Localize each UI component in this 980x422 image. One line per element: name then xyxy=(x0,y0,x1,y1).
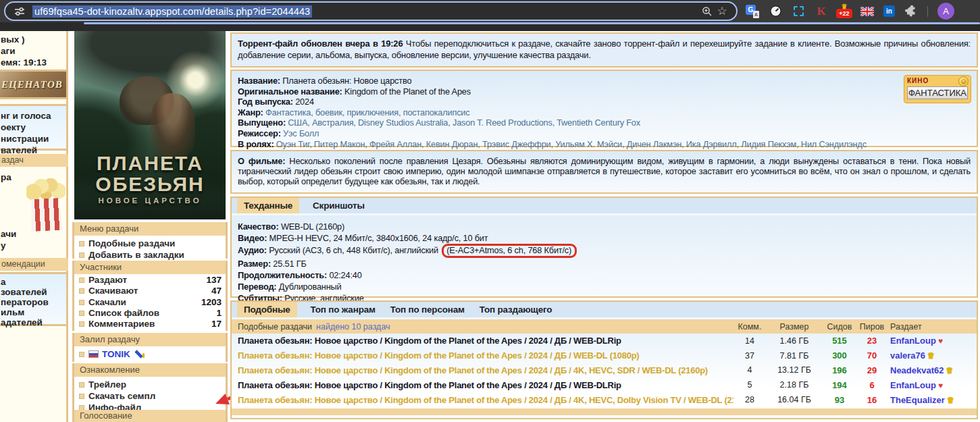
column-peers: Пиров xyxy=(856,322,887,332)
tech-quality-row: Качество: WEB-DL (2160p) xyxy=(238,221,971,232)
director-link[interactable]: Уэс Болл xyxy=(283,128,319,138)
sidebar-link[interactable]: нг и голоса xyxy=(1,110,66,122)
vpn-extension-icon[interactable]: ♛+22 xyxy=(837,5,851,18)
seeds-count: 300 xyxy=(823,350,856,361)
sidebar-link[interactable]: ильм xyxy=(1,307,66,317)
bullet-icon xyxy=(79,382,84,388)
about-label: О фильме: xyxy=(238,156,285,166)
tab-screenshots[interactable]: Скриншоты xyxy=(311,198,366,213)
menu-item-similar[interactable]: Подобные раздачи xyxy=(78,238,222,249)
sidebar-link[interactable]: адателей xyxy=(1,317,66,327)
uploader-row: TONIK xyxy=(78,348,222,360)
movie-year: 2024 xyxy=(295,97,314,107)
sidebar-link[interactable]: оекту xyxy=(1,122,66,133)
sidebar-link[interactable]: нистрации xyxy=(1,133,66,144)
tech-duration-row: Продолжительность: 02:24:40 xyxy=(238,269,971,281)
torrent-size: 13.12 ГБ xyxy=(766,365,823,375)
torrent-size: 2.18 ГБ xyxy=(766,380,823,390)
site-settings-icon[interactable] xyxy=(12,7,27,16)
address-bar[interactable]: uf69fqsa45-dot-kinozaltv.appspot.com/det… xyxy=(4,1,738,21)
left-sidebar: вых ) аги емя: 19:13 ЕЦЕНАТОВ нг и голос… xyxy=(0,31,68,422)
menu-item-sample[interactable]: Скачать семпл xyxy=(78,390,222,402)
profile-avatar[interactable]: A xyxy=(937,3,954,20)
uk-flag-extension-icon[interactable] xyxy=(860,5,874,18)
torrent-title-link[interactable]: Планета обезьян: Новое царство / Kingdom… xyxy=(232,380,733,390)
menu-item-trailer[interactable]: Трейлер xyxy=(78,379,222,390)
stat-downloaded[interactable]: Скачали1203 xyxy=(78,297,222,308)
tab-top-persons[interactable]: Топ по персонам xyxy=(389,302,466,317)
tech-audio-row: Аудио: Русский (AC3, 6 ch, 448 Кбит/с), … xyxy=(238,244,971,258)
cast-links[interactable]: Оуэн Тиг, Питер Макон, Фрейя Аллан, Кеви… xyxy=(276,139,867,149)
sidebar-links-block: нг и голоса оекту нистрации вателей xyxy=(0,104,68,151)
extensions-puzzle-icon[interactable] xyxy=(904,5,918,18)
movie-poster[interactable]: ПЛАНЕТА ОБЕЗЬЯН НОВОЕ ЦАРСТВО xyxy=(74,31,226,219)
tab-similar[interactable]: Подобные xyxy=(237,302,297,317)
crown-icon: ♛ xyxy=(947,396,954,405)
russia-flag-icon xyxy=(88,350,99,358)
torrent-size: 16.04 ГБ xyxy=(766,395,823,404)
genre-badge[interactable]: КИНО ☺ ФАНТАСТИКА xyxy=(904,75,971,103)
sidebar-link[interactable]: у xyxy=(0,237,6,251)
graduation-cap-icon xyxy=(134,350,145,359)
column-comments: Комм. xyxy=(733,322,766,332)
bookmark-star-icon[interactable]: ☆ xyxy=(715,4,729,18)
tech-video-row: Видео: MPEG-H HEVC, 24 Мбит/с, 3840x1606… xyxy=(238,232,971,244)
translate-extension-icon[interactable]: G A xyxy=(746,5,759,18)
sidebar-link[interactable]: зователей xyxy=(1,287,66,297)
torrent-title-link[interactable]: Планета обезьян: Новое царство / Kingdom… xyxy=(232,365,733,375)
stat-comments[interactable]: Комментариев17 xyxy=(78,319,222,329)
stat-filelist[interactable]: Список файлов1 xyxy=(78,308,222,319)
zoom-in-icon[interactable] xyxy=(700,6,715,17)
torrent-updated-notice: Торрент-файл обновлен вчера в 19:26 Чтоб… xyxy=(230,32,978,68)
uploader-link[interactable]: Neadekvat62♛ xyxy=(887,365,977,375)
column-uploader: Раздает xyxy=(887,322,977,332)
participants-header: Участники xyxy=(72,261,228,274)
stat-leechers[interactable]: Скачивают47 xyxy=(78,286,222,296)
sidebar-line: аги xyxy=(1,45,68,57)
vote-header: Голосование xyxy=(72,410,228,422)
sidebar-link[interactable]: ператоров xyxy=(1,297,66,307)
peers-count: 29 xyxy=(856,365,887,375)
similar-subheader-label: Подобные раздачи xyxy=(238,322,312,332)
bullet-icon xyxy=(79,241,84,246)
uploader-link[interactable]: EnfanLoup♥ xyxy=(887,336,977,346)
tab-top-genres[interactable]: Топ по жанрам xyxy=(309,302,377,317)
crown-icon: ♛ xyxy=(946,366,954,375)
sidebar-link[interactable]: а xyxy=(1,277,66,287)
torrent-title-link[interactable]: Планета обезьян: Новое царство / Kingdom… xyxy=(232,395,733,405)
peers-count: 23 xyxy=(856,336,887,346)
torrent-title-link[interactable]: Планета обезьян: Новое царство / Kingdom… xyxy=(232,350,733,361)
seeds-count: 194 xyxy=(823,380,856,390)
screenshot-extension-icon[interactable] xyxy=(792,5,805,18)
review-header: Ознакомление xyxy=(72,363,228,377)
table-row: Планета обезьян: Новое царство / Kingdom… xyxy=(232,334,977,348)
table-row: Планета обезьян: Новое царство / Kingdom… xyxy=(232,348,977,363)
info-original-row: Оригинальное название: Kingdom of the Pl… xyxy=(238,86,971,97)
speedometer-extension-icon[interactable] xyxy=(769,5,782,18)
info-year-row: Год выпуска: 2024 xyxy=(238,97,971,107)
comments-count: 37 xyxy=(733,351,766,361)
movie-title: Планета обезьян: Новое царство xyxy=(282,76,411,86)
stat-value: 1203 xyxy=(201,297,222,308)
uploader-link[interactable]: TONIK xyxy=(102,348,130,360)
bullet-icon xyxy=(79,352,84,357)
tab-top-uploader[interactable]: Топ раздающего xyxy=(478,302,554,317)
found-torrents-link[interactable]: найдено 10 раздач xyxy=(316,322,390,332)
patrons-banner[interactable]: ЕЦЕНАТОВ xyxy=(0,70,68,99)
stat-seeders[interactable]: Раздают137 xyxy=(78,275,222,286)
genre-links[interactable]: Фантастика, боевик, приключения, постапо… xyxy=(265,107,469,117)
uploader-link[interactable]: valera76♛ xyxy=(887,350,977,361)
table-row: Планета обезьян: Новое царство / Kingdom… xyxy=(232,392,977,407)
uploader-link[interactable]: EnfanLoup♥ xyxy=(887,380,977,390)
tab-techdata[interactable]: Техданные xyxy=(237,198,299,213)
torrent-title-link[interactable]: Планета обезьян: Новое царство / Kingdom… xyxy=(232,336,733,346)
k-extension-icon[interactable]: K xyxy=(815,5,828,18)
linkedin-extension-icon[interactable]: in xyxy=(883,5,895,17)
audio-highlight-annotation: (E-AC3+Atmos, 6 ch, 768 Кбит/с) xyxy=(442,244,577,258)
url-text[interactable]: uf69fqsa45-dot-kinozaltv.appspot.com/det… xyxy=(32,5,312,18)
studio-links[interactable]: США, Австралия, Disney Studios Australia… xyxy=(288,117,640,128)
uploader-link[interactable]: TheEqualizer♛ xyxy=(887,395,977,405)
info-genre-row: Жанр: Фантастика, боевик, приключения, п… xyxy=(238,107,971,118)
bullet-icon xyxy=(79,288,84,294)
menu-item-bookmark[interactable]: Добавить в закладки xyxy=(78,249,222,261)
